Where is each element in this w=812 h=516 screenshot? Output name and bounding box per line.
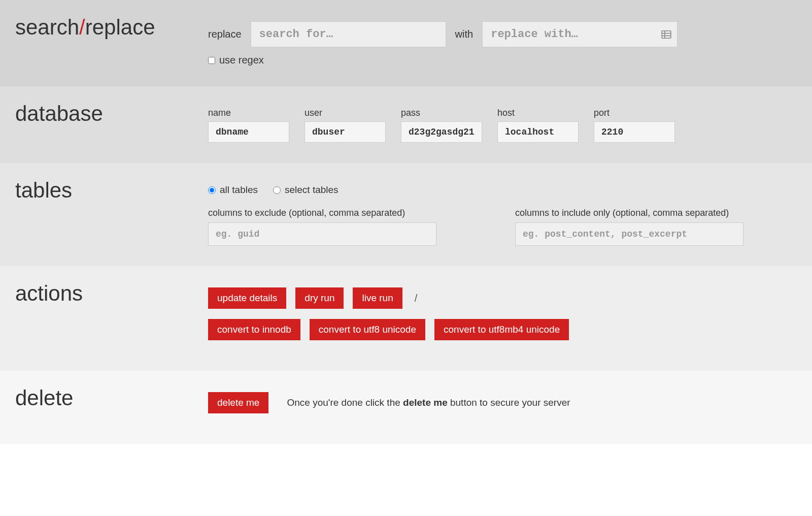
- with-label: with: [455, 28, 473, 40]
- section-search-replace: search/replace replace with use regex: [0, 0, 812, 86]
- replace-input[interactable]: [482, 21, 678, 47]
- exclude-columns-label: columns to exclude (optional, comma sepa…: [208, 208, 485, 218]
- convert-utf8mb4-button[interactable]: convert to utf8mb4 unicode: [434, 319, 569, 340]
- section-database: database name user pass host port: [0, 86, 812, 163]
- section-delete: delete delete me Once you're done click …: [0, 371, 812, 444]
- page-title: search/replace: [15, 15, 208, 66]
- convert-utf8-button[interactable]: convert to utf8 unicode: [310, 319, 425, 340]
- use-regex-checkbox[interactable]: [208, 57, 215, 64]
- title-slash: /: [79, 15, 85, 39]
- select-tables-radio[interactable]: [273, 186, 281, 194]
- include-columns-input[interactable]: [515, 222, 743, 246]
- replace-label: replace: [208, 28, 242, 40]
- db-host-label: host: [497, 108, 579, 118]
- db-user-input[interactable]: [304, 121, 386, 143]
- db-port-input[interactable]: [594, 121, 675, 143]
- update-details-button[interactable]: update details: [208, 287, 286, 309]
- database-title: database: [15, 102, 208, 143]
- include-columns-label: columns to include only (optional, comma…: [515, 208, 792, 218]
- db-pass-input[interactable]: [401, 121, 482, 143]
- db-port-label: port: [594, 108, 675, 118]
- all-tables-radio[interactable]: [208, 186, 216, 194]
- delete-title: delete: [15, 386, 208, 413]
- dry-run-button[interactable]: dry run: [295, 287, 344, 309]
- db-pass-label: pass: [401, 108, 482, 118]
- title-replace: replace: [85, 15, 155, 39]
- live-run-button[interactable]: live run: [353, 287, 402, 309]
- db-host-input[interactable]: [497, 121, 579, 143]
- actions-separator: /: [412, 293, 421, 304]
- select-tables-label[interactable]: select tables: [285, 184, 339, 196]
- db-name-label: name: [208, 108, 289, 118]
- search-input[interactable]: [251, 21, 446, 47]
- section-actions: actions update details dry run live run …: [0, 266, 812, 371]
- delete-instruction: Once you're done click the delete me but…: [287, 397, 570, 408]
- actions-title: actions: [15, 281, 208, 350]
- db-name-input[interactable]: [208, 121, 289, 143]
- db-user-label: user: [304, 108, 386, 118]
- delete-me-button[interactable]: delete me: [208, 392, 268, 413]
- exclude-columns-input[interactable]: [208, 222, 436, 246]
- tables-title: tables: [15, 178, 208, 246]
- use-regex-label[interactable]: use regex: [219, 54, 264, 66]
- title-search: search: [15, 15, 79, 39]
- section-tables: tables all tables select tables columns …: [0, 163, 812, 266]
- all-tables-label[interactable]: all tables: [220, 184, 258, 196]
- convert-innodb-button[interactable]: convert to innodb: [208, 319, 300, 340]
